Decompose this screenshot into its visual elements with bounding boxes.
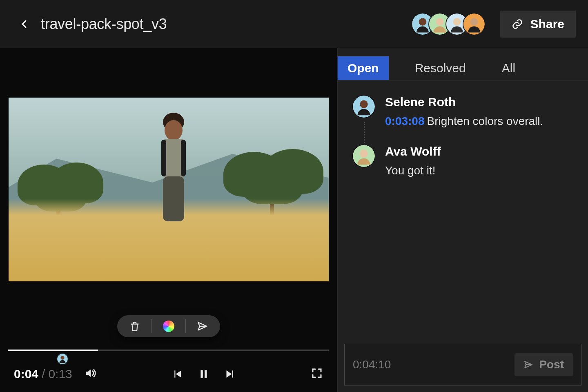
svg-rect-10 <box>174 370 175 377</box>
player-controls: 0:04 / 0:13 <box>0 356 337 392</box>
comments-list: Selene Roth 0:03:08Brighten colors overa… <box>338 80 588 344</box>
tab-resolved[interactable]: Resolved <box>405 56 476 80</box>
post-button-label: Post <box>539 358 564 371</box>
comment-timestamp[interactable]: 0:03:08 <box>385 115 425 127</box>
paper-plane-icon <box>523 360 533 370</box>
comment-text: You got it! <box>385 163 573 179</box>
send-annotation-button[interactable] <box>196 320 209 332</box>
back-button[interactable] <box>16 16 33 32</box>
svg-point-1 <box>419 18 426 26</box>
step-back-button[interactable] <box>172 367 185 381</box>
delete-annotation-button[interactable] <box>129 320 141 332</box>
comment-compose[interactable]: 0:04:10 Post <box>344 344 581 385</box>
step-forward-icon <box>224 369 234 379</box>
video-illustration-hiker <box>149 120 198 226</box>
svg-rect-12 <box>205 370 207 378</box>
compose-timestamp: 0:04:10 <box>353 358 391 371</box>
time-separator: / <box>42 367 45 381</box>
paper-plane-icon <box>197 321 208 332</box>
separator <box>151 319 152 333</box>
timeline[interactable] <box>8 345 329 356</box>
total-time: 0:13 <box>48 367 72 381</box>
chevron-left-icon <box>20 19 29 29</box>
comment-body: You got it! <box>385 164 436 177</box>
fullscreen-button[interactable] <box>311 367 323 381</box>
share-button-label: Share <box>530 17 564 31</box>
svg-point-17 <box>360 149 368 157</box>
comment[interactable]: Selene Roth 0:03:08Brighten colors overa… <box>352 95 573 130</box>
avatar[interactable] <box>463 13 486 36</box>
tab-all[interactable]: All <box>492 56 525 80</box>
player-area: 0:04 / 0:13 <box>0 48 338 392</box>
volume-button[interactable] <box>84 367 97 381</box>
post-button[interactable]: Post <box>514 353 573 376</box>
comment-author: Selene Roth <box>385 95 573 109</box>
fullscreen-icon <box>311 367 323 379</box>
file-title: travel-pack-spot_v3 <box>41 16 167 33</box>
svg-rect-11 <box>200 370 203 378</box>
color-wheel-icon <box>163 321 174 332</box>
comment[interactable]: Ava Wolff You got it! <box>352 145 573 179</box>
share-button[interactable]: Share <box>500 11 576 38</box>
comment-avatar <box>352 145 375 167</box>
header: travel-pack-spot_v3 Share <box>0 0 588 48</box>
trash-icon <box>129 321 140 332</box>
timeline-progress <box>8 350 98 351</box>
comment-avatar <box>352 95 375 118</box>
annotation-toolbar <box>117 315 220 337</box>
pause-button[interactable] <box>197 367 211 381</box>
pause-icon <box>198 368 209 380</box>
svg-point-5 <box>453 18 461 26</box>
comments-tabs: Open Resolved All <box>338 48 588 80</box>
link-icon <box>512 18 523 30</box>
comments-panel: Open Resolved All Selene Roth 0:03:08Bri… <box>338 48 588 392</box>
step-forward-button[interactable] <box>222 367 236 381</box>
comment-text: 0:03:08Brighten colors overall. <box>385 113 573 130</box>
volume-icon <box>84 367 97 380</box>
timeline-comment-marker[interactable] <box>56 353 69 365</box>
color-picker-button[interactable] <box>163 320 175 332</box>
tab-open[interactable]: Open <box>338 56 389 80</box>
comment-body: Brighten colors overall. <box>427 115 543 127</box>
separator <box>185 319 186 333</box>
svg-point-9 <box>61 356 65 360</box>
svg-point-7 <box>470 18 478 26</box>
svg-rect-13 <box>232 370 233 377</box>
collaborator-avatars <box>411 13 486 36</box>
svg-point-3 <box>436 18 443 26</box>
comment-author: Ava Wolff <box>385 145 573 158</box>
current-time: 0:04 <box>14 367 38 381</box>
video-frame[interactable] <box>9 98 329 281</box>
svg-point-15 <box>360 100 368 108</box>
step-back-icon <box>173 369 184 379</box>
